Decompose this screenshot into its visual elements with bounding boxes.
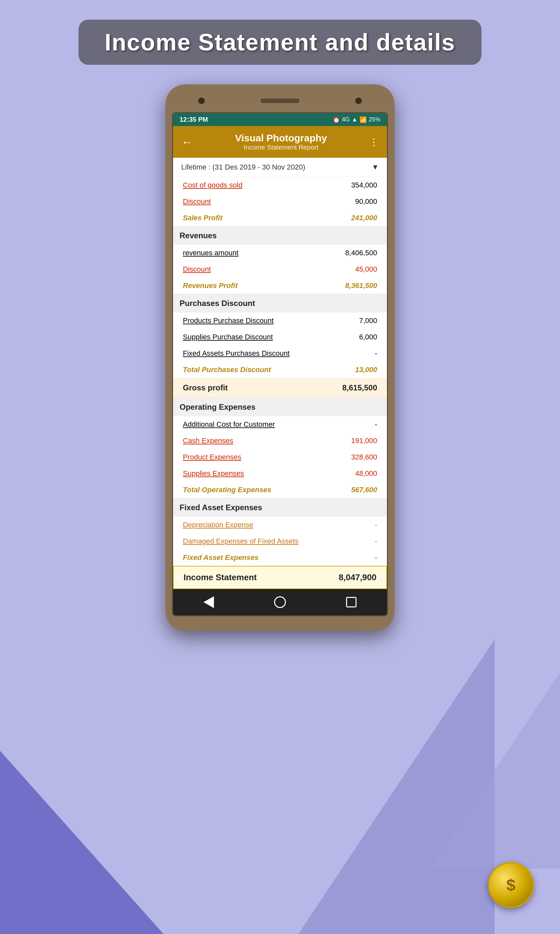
cash-expenses-row[interactable]: Cash Expenses 191,000 xyxy=(173,433,387,449)
status-time: 12:35 PM xyxy=(180,116,208,123)
recents-nav-icon xyxy=(346,597,357,607)
discount-row-1[interactable]: Discount 90,000 xyxy=(173,193,387,210)
total-purchases-discount-row: Total Purchases Discount 13,000 xyxy=(173,362,387,378)
products-purchase-discount-row[interactable]: Products Purchase Discount 7,000 xyxy=(173,313,387,329)
total-purchases-discount-value: 13,000 xyxy=(338,365,377,374)
gross-profit-row: Gross profit 8,615,500 xyxy=(173,378,387,398)
supplies-purchase-discount-value: 6,000 xyxy=(338,333,377,341)
additional-cost-label: Additional Cost for Customer xyxy=(183,420,338,429)
fixed-asset-total-row: Fixed Asset Expenses - xyxy=(173,549,387,566)
operating-expenses-section: Operating Expenses Additional Cost for C… xyxy=(173,398,387,498)
signal-icon: ▲ xyxy=(352,116,357,123)
fixed-asset-total-value: - xyxy=(338,553,377,562)
back-nav-button[interactable] xyxy=(202,596,215,609)
date-selector[interactable]: Lifetime : (31 Des 2019 - 30 Nov 2020) ▼ xyxy=(173,158,387,177)
discount-label-2[interactable]: Discount xyxy=(183,265,338,274)
supplies-purchase-discount-row[interactable]: Supplies Purchase Discount 6,000 xyxy=(173,329,387,345)
dropdown-icon[interactable]: ▼ xyxy=(372,163,379,171)
coin-symbol: $ xyxy=(506,875,515,894)
fixed-asset-expenses-header: Fixed Asset Expenses xyxy=(173,498,387,517)
status-icons: ⏰ 4G ▲ 📶 25% xyxy=(333,116,380,123)
back-nav-icon xyxy=(203,596,214,608)
phone-wrapper: 12:35 PM ⏰ 4G ▲ 📶 25% ← Visual Photograp… xyxy=(166,85,394,631)
damaged-expenses-label[interactable]: Damaged Expenses of Fixed Assets xyxy=(183,537,338,546)
product-expenses-label[interactable]: Product Expenses xyxy=(183,453,338,461)
home-nav-button[interactable] xyxy=(274,596,286,609)
cost-of-goods-label[interactable]: Cost of goods sold xyxy=(183,181,338,190)
purchases-discount-section: Purchases Discount Products Purchase Dis… xyxy=(173,294,387,378)
revenues-profit-row: Revenues Profit 8,361,500 xyxy=(173,277,387,294)
app-header: ← Visual Photography Income Statement Re… xyxy=(173,126,387,158)
fixed-assets-purchases-discount-row[interactable]: Fixed Assets Purchases Discount - xyxy=(173,345,387,362)
depreciation-expense-label[interactable]: Depreciation Expense xyxy=(183,521,338,529)
cash-expenses-value: 191,000 xyxy=(338,436,377,445)
bg-decoration-1 xyxy=(0,672,163,934)
phone-screen: 12:35 PM ⏰ 4G ▲ 📶 25% ← Visual Photograp… xyxy=(172,112,388,616)
page-title: Income Statement and details xyxy=(105,29,455,55)
cost-of-goods-value: 354,000 xyxy=(338,181,377,190)
date-range-label: Lifetime : (31 Des 2019 - 30 Nov 2020) xyxy=(181,163,305,171)
product-expenses-value: 328,600 xyxy=(338,453,377,461)
front-camera xyxy=(198,97,205,104)
damaged-expenses-row[interactable]: Damaged Expenses of Fixed Assets - xyxy=(173,533,387,549)
sales-profit-label: Sales Profit xyxy=(183,214,338,222)
discount-row-2[interactable]: Discount 45,000 xyxy=(173,261,387,277)
back-button[interactable]: ← xyxy=(181,135,193,149)
discount-value-2: 45,000 xyxy=(338,265,377,274)
depreciation-expense-value: - xyxy=(338,521,377,529)
total-operating-expenses-label: Total Operating Expenses xyxy=(183,485,338,494)
revenues-amount-label: revenues amount xyxy=(183,249,338,257)
total-operating-expenses-row: Total Operating Expenses 567,600 xyxy=(173,482,387,498)
app-subtitle: Income Statement Report xyxy=(244,144,318,151)
phone-speaker xyxy=(260,99,300,103)
purchases-discount-header: Purchases Discount xyxy=(173,294,387,313)
gross-profit-value: 8,615,500 xyxy=(342,383,377,392)
additional-cost-value: - xyxy=(338,420,377,429)
revenues-header: Revenues xyxy=(173,227,387,245)
revenues-section: Revenues revenues amount 8,406,500 Disco… xyxy=(173,227,387,294)
depreciation-expense-row[interactable]: Depreciation Expense - xyxy=(173,517,387,533)
discount-label-1[interactable]: Discount xyxy=(183,197,338,206)
phone-device: 12:35 PM ⏰ 4G ▲ 📶 25% ← Visual Photograp… xyxy=(166,85,394,631)
income-statement-label: Income Statement xyxy=(183,572,257,583)
phone-nav-bar xyxy=(173,589,387,615)
fixed-assets-purchases-discount-value: - xyxy=(338,349,377,358)
wifi-icon: 📶 xyxy=(360,116,367,123)
menu-button[interactable]: ⋮ xyxy=(369,136,379,148)
operating-expenses-header: Operating Expenses xyxy=(173,398,387,416)
revenues-amount-row[interactable]: revenues amount 8,406,500 xyxy=(173,245,387,261)
front-sensor xyxy=(355,97,362,104)
data-icon: 4G xyxy=(342,116,350,123)
status-bar: 12:35 PM ⏰ 4G ▲ 📶 25% xyxy=(173,113,387,126)
title-banner: Income Statement and details xyxy=(78,20,482,65)
battery-level: 25% xyxy=(369,116,380,123)
gross-profit-label: Gross profit xyxy=(183,383,228,392)
header-title-block: Visual Photography Income Statement Repo… xyxy=(193,133,369,151)
app-name: Visual Photography xyxy=(193,133,369,144)
supplies-expenses-row[interactable]: Supplies Expenses 48,000 xyxy=(173,465,387,482)
products-purchase-discount-label: Products Purchase Discount xyxy=(183,316,338,325)
products-purchase-discount-value: 7,000 xyxy=(338,316,377,325)
cost-of-goods-row[interactable]: Cost of goods sold 354,000 xyxy=(173,177,387,193)
supplies-purchase-discount-label: Supplies Purchase Discount xyxy=(183,333,338,341)
recents-nav-button[interactable] xyxy=(345,596,358,609)
supplies-expenses-value: 48,000 xyxy=(338,469,377,478)
additional-cost-row[interactable]: Additional Cost for Customer - xyxy=(173,416,387,433)
home-nav-icon xyxy=(274,596,286,608)
product-expenses-row[interactable]: Product Expenses 328,600 xyxy=(173,449,387,465)
alarm-icon: ⏰ xyxy=(333,116,340,123)
fixed-asset-total-label: Fixed Asset Expenses xyxy=(183,553,338,562)
income-statement-value: 8,047,900 xyxy=(338,572,377,583)
supplies-expenses-label[interactable]: Supplies Expenses xyxy=(183,469,338,478)
sales-profit-value: 241,000 xyxy=(338,214,377,222)
bg-decoration-2 xyxy=(298,640,495,934)
cash-expenses-label[interactable]: Cash Expenses xyxy=(183,436,338,445)
damaged-expenses-value: - xyxy=(338,537,377,546)
phone-top-bar xyxy=(172,91,388,111)
revenues-profit-label: Revenues Profit xyxy=(183,281,338,290)
phone-bottom-bezel xyxy=(172,616,388,624)
gold-coin: $ xyxy=(488,862,534,908)
report-content: Cost of goods sold 354,000 Discount 90,0… xyxy=(173,177,387,589)
revenues-profit-value: 8,361,500 xyxy=(338,281,377,290)
top-section: Cost of goods sold 354,000 Discount 90,0… xyxy=(173,177,387,226)
